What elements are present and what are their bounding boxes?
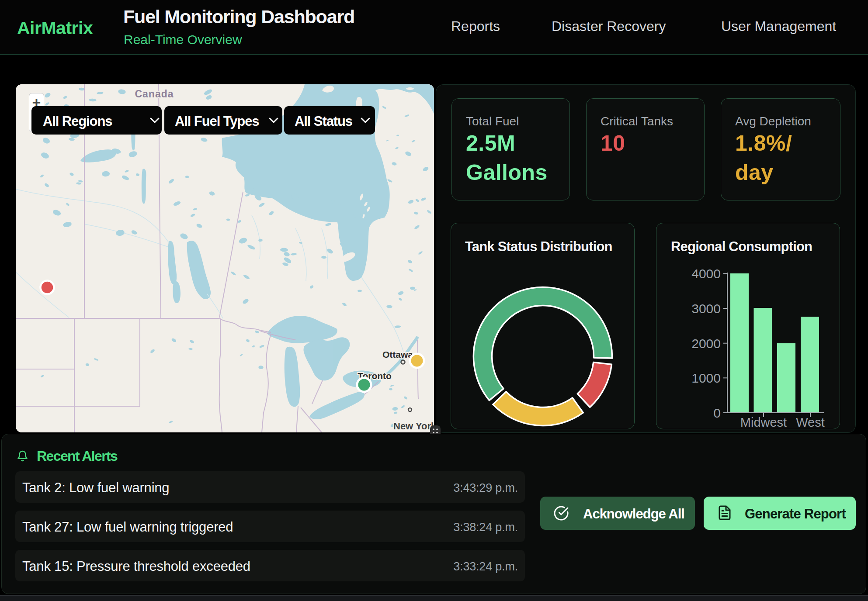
- svg-text:Canada: Canada: [135, 88, 174, 100]
- svg-text:2000: 2000: [691, 336, 721, 351]
- svg-text:3000: 3000: [691, 301, 721, 316]
- svg-text:1000: 1000: [691, 371, 721, 385]
- svg-text:0: 0: [713, 406, 721, 420]
- svg-text:4000: 4000: [691, 266, 721, 281]
- svg-text:West: West: [796, 415, 825, 429]
- svg-text:Midwest: Midwest: [740, 415, 787, 429]
- svg-text:Ottawa: Ottawa: [382, 349, 413, 359]
- svg-text:New York: New York: [393, 421, 434, 432]
